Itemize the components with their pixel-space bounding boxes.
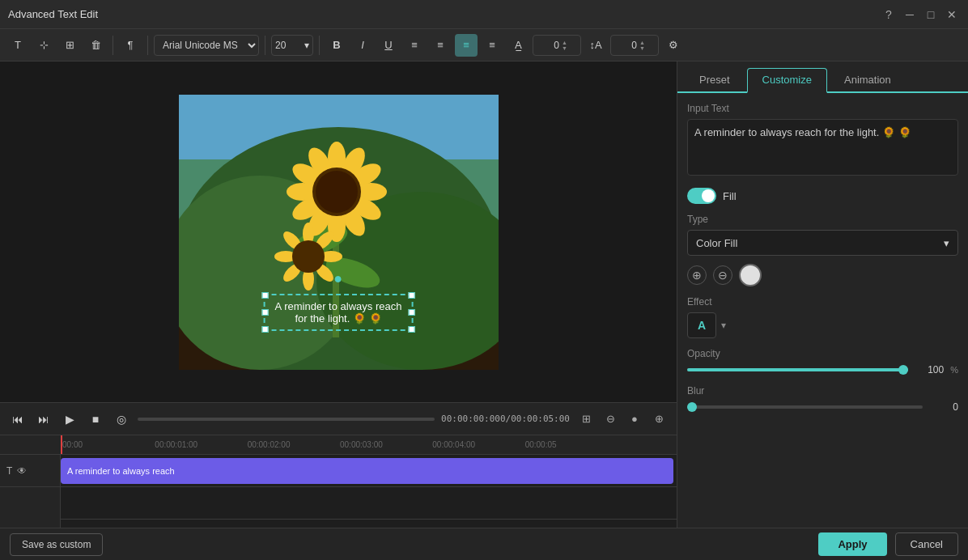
save-custom-button[interactable]: Save as custom — [10, 533, 103, 556]
empty-track-lane — [61, 487, 677, 520]
play-button[interactable]: ▶ — [60, 409, 79, 429]
blur-thumb[interactable] — [687, 402, 697, 412]
fill-toggle[interactable] — [687, 188, 716, 204]
text-clip[interactable]: A reminder to always reach — [61, 458, 673, 484]
kerning-input-group: ▲ ▼ — [533, 35, 581, 56]
step-back-button[interactable]: ⏭ — [34, 409, 53, 429]
toolbar: T ⊹ ⊞ 🗑 ¶ Arial Unicode MS 20 ▾ B I U ≡ … — [0, 29, 968, 62]
type-dropdown[interactable]: Color Fill ▾ — [687, 230, 958, 256]
close-button[interactable]: ✕ — [944, 6, 960, 23]
opacity-slider[interactable] — [687, 368, 908, 371]
kerning-down[interactable]: ▼ — [562, 45, 567, 51]
remove-color-button[interactable]: ⊖ — [713, 265, 732, 285]
zoom-indicator: ● — [625, 409, 644, 429]
kerning-input[interactable] — [537, 40, 559, 51]
blur-value: 0 — [929, 401, 958, 413]
ruler-mark-0: 00:00 — [61, 440, 153, 449]
kerning-up[interactable]: ▲ — [562, 40, 567, 45]
effect-label: Effect — [687, 296, 958, 308]
effect-select: A ▾ — [687, 312, 958, 338]
toolbar-divider-4 — [319, 36, 320, 55]
overlay-text: A reminder to always reachfor the light.… — [275, 300, 402, 325]
toolbar-divider-1 — [113, 36, 113, 55]
zoom-in-button[interactable]: ⊕ — [649, 409, 669, 429]
opacity-value: 100 — [915, 364, 944, 375]
color-swatch[interactable] — [739, 264, 762, 286]
toolbar-divider-2 — [147, 36, 148, 55]
tab-preset[interactable]: Preset — [684, 68, 745, 91]
handle-tr[interactable] — [408, 292, 414, 299]
opacity-thumb[interactable] — [898, 365, 908, 375]
underline-button[interactable]: U — [377, 34, 400, 57]
align-right-button[interactable]: ≡ — [455, 34, 478, 57]
text-overlay[interactable]: A reminder to always reachfor the light.… — [264, 294, 414, 331]
font-size-select[interactable]: 20 ▾ — [271, 35, 313, 56]
delete-tool-button[interactable]: 🗑 — [84, 34, 107, 57]
text-track-visibility[interactable]: 👁 — [17, 465, 27, 477]
left-panel: A reminder to always reachfor the light.… — [0, 62, 677, 560]
line-height-button[interactable]: ↕A — [584, 34, 607, 57]
time-display: 00:00:00:000/00:00:05:00 — [441, 414, 570, 424]
align-left-button[interactable]: ≡ — [403, 34, 426, 57]
select-tool-button[interactable]: ⊹ — [32, 34, 55, 57]
minimize-button[interactable]: ─ — [902, 6, 918, 23]
timeline-ruler: 00:00 00:00:01:00 00:00:02:00 00:00:03:0… — [0, 435, 677, 455]
align-justify-button[interactable]: ≡ — [481, 34, 503, 57]
opacity-unit: % — [950, 365, 958, 375]
text-baseline-button[interactable]: A̲ — [507, 34, 529, 57]
opacity-label: Opacity — [687, 348, 958, 359]
playback-bar: ⏮ ⏭ ▶ ■ ◎ 00:00:00:000/00:00:05:00 ⊞ ⊖ ●… — [0, 402, 677, 435]
blur-control: 0 — [687, 401, 958, 413]
cancel-button[interactable]: Cancel — [895, 532, 958, 556]
tab-customize[interactable]: Customize — [747, 68, 827, 93]
ruler-mark-5: 00:00:05 — [524, 440, 616, 449]
text-track-lane: A reminder to always reach — [61, 455, 677, 487]
handle-tl[interactable] — [262, 292, 269, 299]
text-tool-button[interactable]: T — [6, 34, 29, 57]
image-tool-button[interactable]: ⊞ — [58, 34, 81, 57]
bold-button[interactable]: B — [325, 34, 348, 57]
effect-chevron[interactable]: ▾ — [721, 320, 726, 331]
type-label: Type — [687, 214, 958, 225]
fill-toggle-row: Fill — [687, 188, 958, 204]
blur-slider[interactable] — [687, 405, 923, 409]
opacity-control: 100 % — [687, 364, 958, 375]
font-family-select[interactable]: Arial Unicode MS — [154, 35, 259, 56]
fullscreen-button[interactable]: ⊞ — [576, 409, 596, 429]
stop-button[interactable]: ■ — [86, 409, 105, 429]
tab-animation[interactable]: Animation — [829, 68, 906, 91]
rotate-handle[interactable] — [335, 276, 342, 282]
playhead[interactable] — [61, 435, 62, 454]
opacity-section: Opacity 100 % — [687, 348, 958, 375]
skip-back-button[interactable]: ⏮ — [8, 409, 28, 429]
title-bar: Advanced Text Edit ? ─ □ ✕ — [0, 0, 968, 29]
handle-bl[interactable] — [262, 326, 269, 333]
handle-rm[interactable] — [408, 309, 414, 316]
align-center-button[interactable]: ≡ — [429, 34, 452, 57]
fill-label: Fill — [723, 190, 737, 202]
ruler-mark-3: 00:00:03:00 — [338, 440, 431, 449]
maximize-button[interactable]: □ — [923, 6, 939, 23]
input-text-label: Input Text — [687, 103, 958, 114]
italic-button[interactable]: I — [351, 34, 374, 57]
handle-br[interactable] — [408, 326, 414, 333]
video-container: A reminder to always reachfor the light.… — [179, 95, 499, 370]
svg-point-22 — [316, 171, 358, 213]
line-height-input[interactable] — [614, 40, 637, 51]
effect-letter[interactable]: A — [687, 312, 716, 338]
panel-tabs: Preset Customize Animation — [677, 62, 968, 93]
line-height-up[interactable]: ▲ — [639, 40, 645, 45]
add-color-button[interactable]: ⊕ — [687, 265, 707, 285]
handle-lm[interactable] — [262, 309, 269, 316]
help-button[interactable]: ? — [881, 6, 897, 23]
right-panel: Preset Customize Animation Input Text A … — [677, 62, 968, 560]
apply-button[interactable]: Apply — [818, 532, 886, 556]
zoom-out-button[interactable]: ⊖ — [601, 409, 620, 429]
line-height-down[interactable]: ▼ — [639, 45, 645, 51]
paragraph-style-button[interactable]: ¶ — [119, 34, 142, 57]
more-options-button[interactable]: ⚙ — [662, 34, 685, 57]
text-input[interactable]: A reminder to always reach for the light… — [687, 119, 958, 176]
text-track-icon[interactable]: T — [6, 465, 12, 477]
progress-bar[interactable] — [138, 418, 435, 421]
loop-button[interactable]: ◎ — [112, 409, 131, 429]
